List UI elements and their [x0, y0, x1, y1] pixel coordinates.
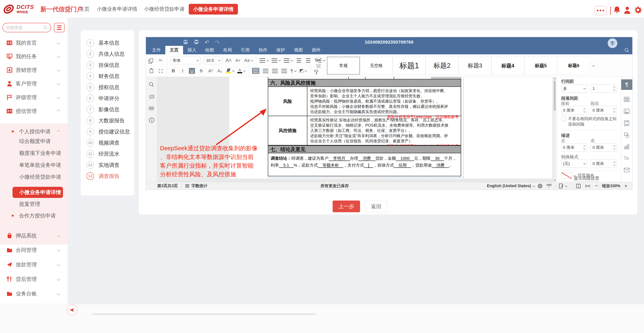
step-13-active[interactable]: 13调查报告 [81, 172, 134, 180]
align-center-icon[interactable] [262, 68, 268, 74]
menu-plugins[interactable]: 插件 [307, 46, 325, 54]
sidebar-item-comprehensive-quota[interactable]: 综合额度申请 [19, 138, 51, 145]
shrink-font-icon[interactable]: A˅ [235, 57, 241, 63]
paragraph-settings-icon-active[interactable]: ¶ [621, 79, 632, 90]
sidebar-item-rating[interactable]: 评级管理 [0, 91, 68, 103]
copy-icon[interactable] [148, 57, 154, 63]
table-settings-icon[interactable] [624, 96, 630, 102]
sidebar-item-customers[interactable]: 客户管理 [0, 78, 68, 90]
sidebar-item-post-loan[interactable]: 贷后管理 [0, 273, 68, 285]
spacing-after-input[interactable]: 0 厘米 [591, 106, 617, 115]
sidebar-item-partner-credit-apply[interactable]: 合作方授信申请 [0, 211, 68, 221]
multilevel-list-icon[interactable] [284, 57, 293, 63]
increase-indent-icon[interactable] [305, 57, 311, 63]
menu-references[interactable]: 引用 [236, 46, 254, 54]
indent-left-input[interactable]: 0 厘米 [561, 143, 587, 152]
field-repayment[interactable]: 等额本析 [318, 163, 343, 168]
language-selector[interactable]: English (United States) [487, 184, 531, 188]
decrease-indent-icon[interactable] [296, 57, 302, 63]
save-icon[interactable] [183, 40, 188, 46]
field-customer-name[interactable]: 李明月 [328, 156, 350, 161]
menu-edit-button[interactable] [54, 23, 64, 32]
headings-nav-icon[interactable] [149, 107, 154, 110]
step-2[interactable]: 2共借人信息 [81, 50, 134, 58]
zoom-in-button[interactable]: + [624, 183, 628, 189]
field-loan-type[interactable]: 消费 [358, 156, 376, 161]
cut-icon[interactable]: ✂ [158, 57, 164, 63]
gear-icon[interactable] [634, 6, 642, 14]
style-border-icon[interactable] [316, 64, 320, 69]
justify-icon[interactable] [281, 68, 287, 74]
field-purpose[interactable]: 消费 [432, 163, 449, 168]
field-amount[interactable]: 1000 [396, 156, 414, 161]
zoom-out-button[interactable]: − [595, 183, 598, 189]
sidebar-item-micro-biz-detail-active[interactable]: 小微业务申请详情 [12, 187, 63, 198]
print-icon[interactable] [194, 40, 199, 46]
grow-font-icon[interactable]: A˄ [226, 57, 232, 63]
style-no-spacing[interactable]: 无空格 [360, 57, 393, 75]
assistant-float-button[interactable] [66, 304, 78, 315]
spacing-before-input[interactable]: 0 厘米 [561, 106, 587, 115]
sidebar-item-my-home[interactable]: 我的首页 [0, 37, 68, 49]
horizontal-scrollbar[interactable] [92, 313, 316, 315]
paste-icon[interactable] [148, 68, 154, 74]
indent-right-input[interactable]: 0 厘米 [591, 143, 617, 152]
nav-home[interactable]: 主页 [79, 6, 90, 12]
menu-file[interactable]: 文件 [148, 46, 165, 54]
sidebar-item-collateral[interactable]: 押品系统 [0, 230, 68, 242]
font-name-select[interactable]: 宋体 [170, 57, 200, 64]
sidebar-item-marketing[interactable]: 营销管理 [0, 64, 68, 76]
fit-page-icon[interactable] [576, 183, 581, 189]
paragraph-marks-icon[interactable]: ¶ [290, 68, 296, 74]
info-icon[interactable] [149, 117, 154, 123]
sidebar-item-ledger[interactable]: 业务台账 [0, 287, 68, 300]
step-5[interactable]: 5授权信息 [81, 83, 134, 91]
advanced-settings-link[interactable]: 显示高级设置 [574, 175, 599, 182]
underline-icon[interactable]: U [189, 68, 195, 74]
menu-draw[interactable]: 绘图 [201, 46, 218, 54]
scroll-up-arrow[interactable] [554, 78, 556, 79]
mail-merge-icon[interactable] [624, 167, 630, 173]
strikethrough-icon[interactable]: S [198, 68, 204, 74]
nav-micro-biz-detail[interactable]: 小微业务申请详情 [97, 6, 137, 12]
style-heading2[interactable]: 标题2 [426, 57, 458, 75]
sidebar-item-credit-mgmt[interactable]: 授信管理 [0, 105, 68, 117]
message-bubble-button[interactable] [594, 6, 607, 15]
field-guarantee[interactable]: 信用 [394, 163, 411, 168]
style-heading4[interactable]: 标题4 [492, 57, 524, 75]
shading-icon[interactable] [300, 68, 306, 74]
special-format-number[interactable]: 0 厘米 [591, 159, 617, 168]
step-11[interactable]: 11经营流水 [81, 150, 134, 158]
bullet-list-icon[interactable] [260, 57, 268, 63]
scrollbar-thumb[interactable] [554, 81, 556, 111]
sidebar-item-single-batch-apply[interactable]: 单笔单批业务申请 [19, 162, 61, 169]
sidebar-item-personal-credit-apply[interactable]: 个人授信申请 [0, 126, 68, 137]
field-rate[interactable]: 5.1 [279, 163, 294, 168]
sidebar-item-contracts[interactable]: 合同管理 [0, 244, 68, 256]
step-9[interactable]: 9授信建议信息 [81, 128, 134, 136]
styles-more-button[interactable] [590, 57, 597, 75]
collaborator-avatar[interactable]: 李 [608, 38, 617, 48]
style-heading3[interactable]: 标题3 [458, 57, 492, 75]
document-scrollbar[interactable] [553, 77, 556, 182]
user-icon[interactable] [624, 6, 631, 14]
font-size-select[interactable]: 10.5 [204, 57, 222, 64]
text-art-settings-icon[interactable]: Ta [624, 155, 629, 161]
sidebar-item-disbursement[interactable]: 放款管理 [0, 258, 68, 271]
change-case-icon[interactable]: Aa [244, 57, 253, 63]
word-count-label[interactable]: 字数统计 [191, 183, 208, 189]
redo-icon[interactable]: ↷ [215, 39, 220, 46]
return-button[interactable]: 返回 [365, 201, 388, 212]
fit-width-icon[interactable] [585, 183, 590, 189]
conclusion-cell[interactable]: 调查结论：经调查，建议为客户李明月办理消费贷款，金额1000元，期限36个月，利… [268, 153, 461, 176]
italic-icon[interactable]: I [180, 68, 186, 74]
bold-icon[interactable]: B [170, 68, 176, 74]
step-1[interactable]: 1基本信息 [81, 39, 134, 47]
step-8[interactable]: 8大数据报告 [81, 117, 134, 124]
same-style-checkbox[interactable] [561, 117, 566, 121]
menu-home[interactable]: 主页 [165, 46, 183, 54]
previous-step-button[interactable]: 上一步 [332, 201, 360, 212]
style-normal[interactable]: 常规 [327, 57, 360, 75]
numbered-list-icon[interactable] [272, 57, 280, 63]
image-settings-icon[interactable] [624, 108, 630, 114]
